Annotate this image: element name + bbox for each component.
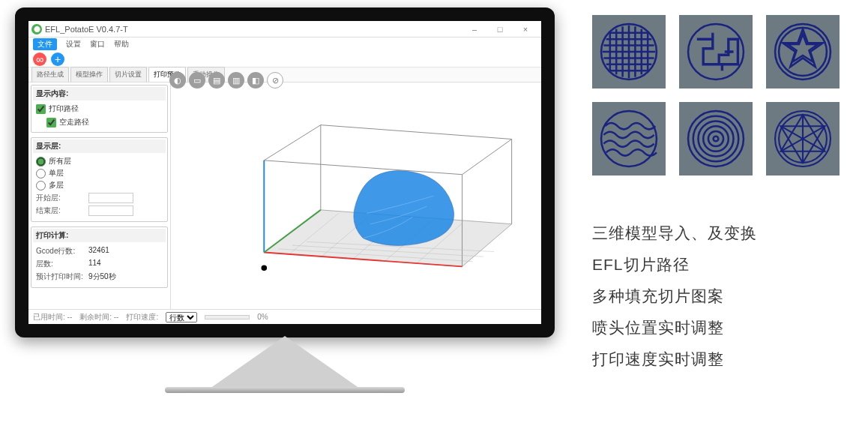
menu-help[interactable]: 帮助 <box>114 39 129 50</box>
svg-point-32 <box>688 24 744 80</box>
tab-slice[interactable]: 切片设置 <box>109 67 147 82</box>
status-speed: 打印速度: <box>126 312 158 322</box>
gcode-lines-value: 32461 <box>88 246 109 256</box>
titlebar: ⬤ EFL_PotatoE V0.4.7-T – □ × <box>28 21 541 38</box>
panel-calc: 打印计算: Gcode行数:32461 层数:114 预计打印时间:9分50秒 <box>31 226 168 288</box>
view-cancel-icon[interactable]: ⊘ <box>267 72 283 88</box>
checkbox-print-path-input[interactable] <box>36 104 46 114</box>
link-icon[interactable]: ∞ <box>33 52 46 66</box>
svg-point-43 <box>714 136 719 142</box>
feature-list: 三维模型导入、及变换 EFL切片路径 多种填充切片图案 喷头位置实时调整 打印速… <box>592 218 757 375</box>
start-layer-label: 开始层: <box>36 193 88 203</box>
panel-head: 显示内容: <box>33 87 166 100</box>
view-toolbar: ◐ ▭ ▤ ▥ ◧ ⊘ <box>169 72 283 88</box>
pattern-waves <box>592 102 666 176</box>
pattern-maze <box>679 15 753 88</box>
status-remain: 剩余时间: -- <box>79 312 118 322</box>
viewport-3d[interactable] <box>171 82 541 309</box>
checkbox-print-path[interactable]: 打印路径 <box>36 104 163 114</box>
menu-window[interactable]: 窗口 <box>90 39 105 50</box>
end-layer-input[interactable] <box>88 206 133 216</box>
radio-single-layer[interactable]: 单层 <box>36 168 163 178</box>
close-button[interactable]: × <box>513 25 538 34</box>
feature-item: 喷头位置实时调整 <box>592 312 757 344</box>
monitor-bezel: ⬤ EFL_PotatoE V0.4.7-T – □ × 文件 设置 窗口 帮助… <box>15 8 555 338</box>
radio-all-layers[interactable]: 所有层 <box>36 156 163 166</box>
svg-point-39 <box>693 116 738 161</box>
status-elapsed: 已用时间: -- <box>33 312 72 322</box>
end-layer-label: 结束层: <box>36 206 88 216</box>
view-iso-icon[interactable]: ◧ <box>247 72 264 88</box>
pattern-grid <box>592 15 847 176</box>
menubar: 文件 设置 窗口 帮助 <box>28 38 541 51</box>
monitor-stand <box>210 336 360 388</box>
statusbar: 已用时间: -- 剩余时间: -- 打印速度: 行数 0% <box>28 309 541 324</box>
app-icon: ⬤ <box>31 24 42 34</box>
menu-file[interactable]: 文件 <box>33 38 57 50</box>
maximize-button[interactable]: □ <box>487 25 513 34</box>
progress-pct: 0% <box>257 313 268 321</box>
workarea: 显示内容: 打印路径 空走路径 <box>28 82 541 309</box>
radio-multi-layer[interactable]: 多层 <box>36 180 163 190</box>
svg-point-41 <box>703 126 729 152</box>
panel-head: 打印计算: <box>33 229 166 242</box>
svg-point-42 <box>708 131 723 146</box>
view-front-icon[interactable]: ▤ <box>208 72 225 88</box>
scene-svg <box>171 82 541 309</box>
panel-display-layer: 显示层: 所有层 单层 多 <box>31 137 168 222</box>
menu-settings[interactable]: 设置 <box>66 39 81 50</box>
window-title: EFL_PotatoE V0.4.7-T <box>45 25 462 34</box>
minimize-button[interactable]: – <box>462 25 487 34</box>
est-time-value: 9分50秒 <box>88 272 116 282</box>
view-shade-icon[interactable]: ◐ <box>169 72 186 88</box>
status-mode-select[interactable]: 行数 <box>166 312 197 322</box>
view-top-icon[interactable]: ▭ <box>189 72 205 88</box>
toolbar: ∞ + <box>28 51 541 68</box>
layer-count-value: 114 <box>88 259 101 269</box>
feature-item: EFL切片路径 <box>592 249 757 280</box>
side-panel: 显示内容: 打印路径 空走路径 <box>28 82 171 309</box>
pattern-star <box>766 15 840 88</box>
checkbox-travel-path[interactable]: 空走路径 <box>46 117 89 128</box>
svg-point-38 <box>688 111 744 166</box>
feature-item: 打印速度实时调整 <box>592 344 757 375</box>
progress-bar <box>205 315 250 320</box>
svg-point-16 <box>262 265 268 271</box>
tabbar: 路径生成 模型操作 切片设置 打印预览 手动操作 <box>28 68 541 82</box>
panel-display-content: 显示内容: 打印路径 空走路径 <box>31 85 168 133</box>
panel-head: 显示层: <box>33 140 166 153</box>
feature-item: 多种填充切片图案 <box>592 280 757 312</box>
tab-modelops[interactable]: 模型操作 <box>70 67 108 82</box>
view-side-icon[interactable]: ▥ <box>228 72 244 88</box>
feature-item: 三维模型导入、及变换 <box>592 218 757 249</box>
pattern-grid-hatch <box>592 15 666 88</box>
tab-pathgen[interactable]: 路径生成 <box>31 67 69 82</box>
start-layer-input[interactable] <box>88 193 133 203</box>
pattern-triangles <box>766 102 840 176</box>
monitor-frame: ⬤ EFL_PotatoE V0.4.7-T – □ × 文件 设置 窗口 帮助… <box>15 8 555 412</box>
monitor-foot <box>165 387 405 393</box>
app-window: ⬤ EFL_PotatoE V0.4.7-T – □ × 文件 设置 窗口 帮助… <box>28 21 541 324</box>
checkbox-travel-path-input[interactable] <box>46 118 56 128</box>
add-icon[interactable]: + <box>51 52 64 66</box>
pattern-concentric <box>679 102 753 176</box>
